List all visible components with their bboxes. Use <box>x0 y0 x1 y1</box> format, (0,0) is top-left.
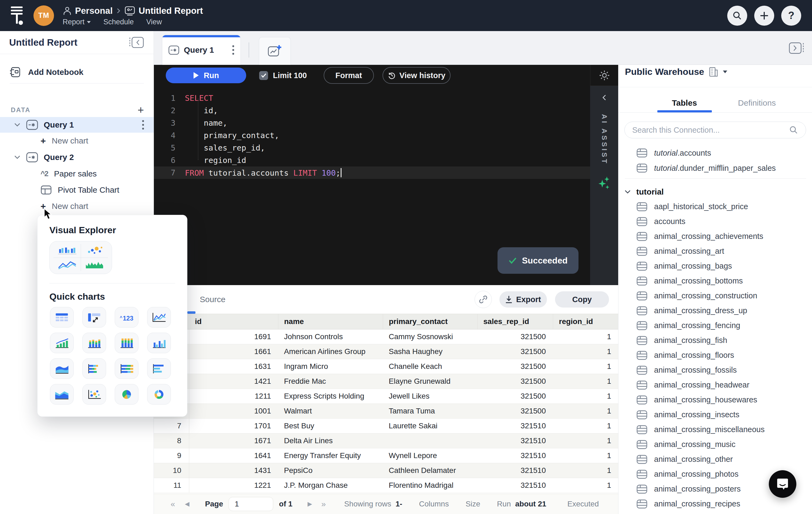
ai-assist-rail[interactable]: AI ASSIST <box>590 86 618 285</box>
code-line-2[interactable]: 2 id, <box>154 104 590 117</box>
connection-search-input[interactable] <box>632 126 789 135</box>
collapse-panel-button[interactable] <box>129 36 144 48</box>
code-line-1[interactable]: 1SELECT <box>154 92 590 104</box>
table-item-animal_crossing_bottoms[interactable]: animal_crossing_bottoms <box>618 273 812 288</box>
quick-chart-stacked-bar-100-button[interactable] <box>115 358 139 379</box>
recent-table-dunder-mifflin[interactable]: tutorial.dunder_mifflin_paper_sales <box>636 161 776 175</box>
new-chart-button-query1[interactable]: +New chart <box>40 133 88 148</box>
avatar[interactable]: TM <box>33 5 54 26</box>
new-item-button[interactable] <box>754 6 774 26</box>
tab-tables[interactable]: Tables <box>672 98 697 108</box>
table-item-animal_crossing_housewares[interactable]: animal_crossing_housewares <box>618 393 812 407</box>
expand-panel-button[interactable] <box>788 42 805 55</box>
quick-chart-big-number-button[interactable]: ^123 <box>115 307 139 327</box>
table-item-animal_crossing_bags[interactable]: animal_crossing_bags <box>618 259 812 273</box>
view-history-button[interactable]: View history <box>382 67 451 84</box>
format-button[interactable]: Format <box>324 67 374 84</box>
editor-settings-button[interactable] <box>590 65 618 86</box>
collapse-ai-icon[interactable] <box>601 93 607 102</box>
table-item-animal_crossing_floors[interactable]: animal_crossing_floors <box>618 348 812 363</box>
last-page-button[interactable]: » <box>321 499 325 509</box>
quick-chart-line-button[interactable] <box>147 307 171 327</box>
prev-page-button[interactable]: ◀ <box>185 501 190 508</box>
table-item-aapl_historical_stock_price[interactable]: aapl_historical_stock_price <box>618 199 812 214</box>
export-button[interactable]: Export <box>499 291 547 307</box>
share-link-button[interactable] <box>474 291 492 308</box>
quick-chart-filled-area-button[interactable] <box>50 384 74 405</box>
copy-button[interactable]: Copy <box>555 291 609 307</box>
menu-view[interactable]: View <box>146 18 162 26</box>
breadcrumb-workspace[interactable]: Personal <box>75 6 113 16</box>
table-item-animal_crossing_fish[interactable]: animal_crossing_fish <box>618 333 812 348</box>
search-button[interactable] <box>727 6 747 26</box>
table-item-animal_crossing_dress_up[interactable]: animal_crossing_dress_up <box>618 303 812 318</box>
code-line-3[interactable]: 3 name, <box>154 117 590 129</box>
connection-search[interactable] <box>625 121 806 138</box>
limit-checkbox[interactable] <box>259 71 268 80</box>
quick-chart-combo-button[interactable] <box>50 333 74 353</box>
support-chat-button[interactable] <box>769 470 796 498</box>
page-input[interactable] <box>229 497 273 511</box>
code-line-5[interactable]: 5 sales_rep_id, <box>154 142 590 154</box>
next-page-button[interactable]: ▶ <box>308 501 312 508</box>
menu-report[interactable]: Report <box>63 18 91 26</box>
table-item-animal_crossing_miscellaneous[interactable]: animal_crossing_miscellaneous <box>618 422 812 437</box>
table-item-animal_crossing_construction[interactable]: animal_crossing_construction <box>618 288 812 303</box>
add-notebook-button[interactable]: Add Notebook <box>9 66 83 78</box>
visual-explorer-button[interactable] <box>49 241 112 274</box>
table-name: animal_crossing_recipes <box>654 499 740 508</box>
quick-chart-scatter-button[interactable] <box>82 384 106 405</box>
quick-chart-grouped-column-button[interactable] <box>147 333 171 353</box>
sidebar-item-query-2[interactable]: Query 2 <box>0 150 154 165</box>
quick-chart-donut-button[interactable] <box>147 384 171 405</box>
quick-chart-table-button[interactable] <box>50 307 74 327</box>
menu-schedule[interactable]: Schedule <box>104 18 134 26</box>
help-button[interactable]: ? <box>781 6 801 26</box>
recent-table-accounts[interactable]: tutorial.accounts <box>636 145 711 161</box>
scroll-indicator[interactable] <box>187 311 196 314</box>
new-chart-tab-button[interactable] <box>259 37 291 65</box>
cell: 1691 <box>189 329 278 344</box>
code-line-4[interactable]: 4 primary_contact, <box>154 129 590 142</box>
kebab-menu-icon[interactable] <box>142 119 144 130</box>
add-data-button[interactable]: + <box>138 105 144 115</box>
quick-chart-area-button[interactable] <box>50 358 74 379</box>
quick-chart-stacked-column-100-button[interactable] <box>115 333 139 353</box>
sidebar-item-query-1[interactable]: Query 1 <box>0 117 154 133</box>
table-item-accounts[interactable]: accounts <box>618 214 812 229</box>
table-item-animal_crossing_fossils[interactable]: animal_crossing_fossils <box>618 363 812 378</box>
code-line-6[interactable]: 6 region_id <box>154 154 590 166</box>
tab-definitions[interactable]: Definitions <box>738 98 776 108</box>
table-row: 101431PepsiCoCathleen Delamater3215101 <box>154 463 618 478</box>
quick-chart-stacked-bar-button[interactable] <box>82 358 106 379</box>
breadcrumb-report-title[interactable]: Untitled Report <box>139 6 203 16</box>
sidebar-item-paper-sales[interactable]: ^2 Paper sales <box>40 166 97 181</box>
table-name: animal_crossing_dress_up <box>654 306 747 315</box>
columns-label[interactable]: Columns <box>419 500 448 508</box>
table-item-animal_crossing_achievements[interactable]: animal_crossing_achievements <box>618 229 812 244</box>
quick-chart-pie-button[interactable] <box>115 384 139 405</box>
tab-kebab-menu-icon[interactable] <box>232 45 235 55</box>
quick-chart-bar-button[interactable] <box>147 358 171 379</box>
table-item-animal_crossing_art[interactable]: animal_crossing_art <box>618 244 812 259</box>
tab-query-1[interactable]: Query 1 <box>162 35 241 65</box>
chevron-down-icon[interactable] <box>14 123 21 127</box>
sidebar-item-pivot-table-chart[interactable]: Pivot Table Chart <box>40 182 119 197</box>
size-label[interactable]: Size <box>466 500 480 508</box>
schema-group-tutorial[interactable]: tutorial <box>625 184 664 199</box>
table-item-animal_crossing_other[interactable]: animal_crossing_other <box>618 452 812 467</box>
table-item-animal_crossing_recipes[interactable]: animal_crossing_recipes <box>618 496 812 511</box>
code-line-7[interactable]: 7FROM tutorial.accounts LIMIT 100; <box>154 166 590 179</box>
run-button[interactable]: Run <box>166 67 246 83</box>
table-item-animal_crossing_insects[interactable]: animal_crossing_insects <box>618 407 812 422</box>
connection-selector[interactable]: Public Warehouse <box>625 66 728 77</box>
tab-source[interactable]: Source <box>200 295 225 304</box>
quick-chart-stacked-column-button[interactable] <box>82 333 106 353</box>
quick-chart-pivot-table-button[interactable] <box>82 307 106 327</box>
first-page-button[interactable]: « <box>171 499 174 509</box>
table-item-animal_crossing_music[interactable]: animal_crossing_music <box>618 437 812 452</box>
table-item-animal_crossing_fencing[interactable]: animal_crossing_fencing <box>618 318 812 333</box>
table-item-animal_crossing_headwear[interactable]: animal_crossing_headwear <box>618 378 812 393</box>
app-logo-icon[interactable] <box>10 6 24 25</box>
chevron-down-icon[interactable] <box>14 155 21 159</box>
